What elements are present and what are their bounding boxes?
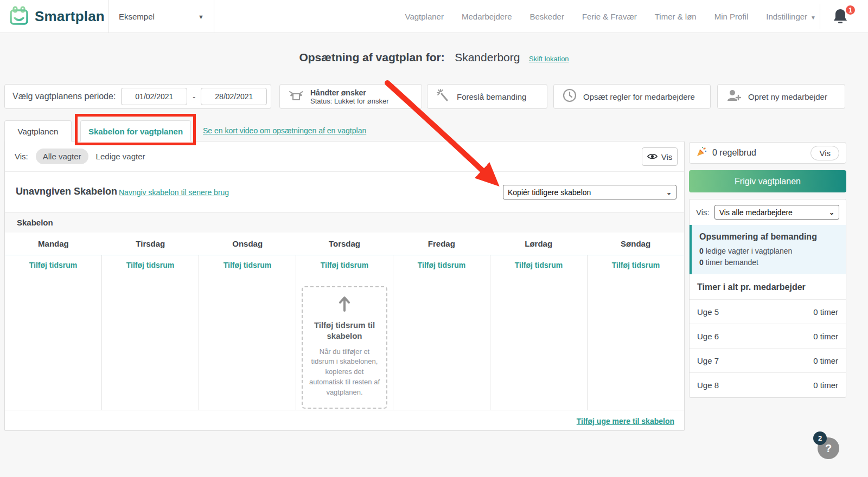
add-timeslot-onsdag[interactable]: Tilføj tidsrum (199, 255, 296, 274)
change-location-link[interactable]: Skift lokation (529, 55, 569, 63)
week-label: Uge 7 (697, 356, 719, 365)
party-popper-icon (696, 146, 707, 159)
week-hours: 0 timer (813, 381, 838, 390)
add-timeslot-mandag[interactable]: Tilføj tidsrum (5, 255, 102, 274)
day-column-loerdag (490, 274, 588, 410)
hint-title: Tilføj tidsrum til skabelon (308, 320, 381, 342)
create-employee-label: Opret ny medarbejder (748, 92, 827, 101)
template-section-header: Skabelon (5, 212, 684, 233)
add-timeslot-soendag[interactable]: Tilføj tidsrum (588, 255, 684, 274)
chevron-down-icon: ▼ (810, 15, 816, 21)
week-row-uge6: Uge 6 0 timer (690, 324, 846, 349)
add-week-link[interactable]: Tilføj uge mere til skabelon (577, 417, 674, 426)
employee-rules-button[interactable]: Opsæt regler for medarbejdere (553, 84, 711, 109)
nav-item-indstillinger[interactable]: Indstillinger▼ (766, 12, 816, 21)
release-schedule-button[interactable]: Frigiv vagtplanen (689, 170, 846, 192)
wishes-status: Status: Lukket for ønsker (310, 97, 389, 105)
rename-template-link[interactable]: Navngiv skabelon til senere brug (119, 188, 229, 197)
add-timeslot-tirsdag[interactable]: Tilføj tidsrum (102, 255, 199, 274)
workspace-dropdown[interactable]: Eksempel ▼ (108, 0, 214, 33)
period-label: Vælg vagtplanens periode: (12, 92, 116, 101)
day-header-mandag: Mandag (5, 233, 102, 255)
nav-item-medarbejdere[interactable]: Medarbejdere (462, 12, 512, 21)
employee-rules-label: Opsæt regler for medarbejdere (583, 92, 695, 101)
week-label: Uge 8 (697, 381, 719, 390)
week-hours: 0 timer (813, 332, 838, 341)
template-name-row: Unavngiven Skabelon Navngiv skabelon til… (5, 172, 684, 212)
period-selector: Vælg vagtplanens periode: - (4, 84, 271, 109)
day-header-tirsdag: Tirsdag (102, 233, 199, 255)
brand[interactable]: Smartplan (9, 0, 105, 33)
day-column-onsdag (199, 274, 296, 410)
copy-template-select[interactable]: Kopiér tidligere skabelon ⌄ (503, 185, 676, 199)
panel-footer: Tilføj uge mere til skabelon (5, 410, 684, 431)
add-timeslot-fredag[interactable]: Tilføj tidsrum (393, 255, 490, 274)
period-start-input[interactable] (121, 88, 187, 105)
header-bar: Smartplan Eksempel ▼ Vagtplaner Medarbej… (0, 0, 868, 33)
rulebreaks-label: 0 regelbrud (712, 148, 805, 158)
notification-badge: 1 (845, 4, 856, 16)
template-panel: Vis: Alle vagter Ledige vagter Vis Unavn… (4, 141, 685, 431)
notifications-bell-button[interactable]: 1 (832, 8, 852, 27)
staffing-summary-title: Opsummering af bemanding (699, 232, 838, 242)
tab-skabelon-for-vagtplanen[interactable]: Skabelon for vagtplanen (80, 120, 191, 141)
chevron-down-icon: ⌄ (666, 189, 672, 196)
shift-filter-row: Vis: Alle vagter Ledige vagter Vis (5, 141, 684, 172)
staffing-summary: Opsummering af bemanding 0 ledige vagter… (690, 225, 846, 274)
brand-name: Smartplan (35, 8, 105, 25)
hint-body: Når du tilføjer et tidsrum i skabelonen,… (308, 347, 381, 398)
wishes-title: Håndter ønsker (310, 88, 389, 97)
nav-item-beskeder[interactable]: Beskeder (530, 12, 564, 21)
create-employee-button[interactable]: Opret ny medarbejder (717, 84, 845, 109)
weekday-header-row: Mandag Tirsdag Onsdag Torsdag Fredag Lør… (5, 233, 684, 255)
handle-wishes-button[interactable]: Håndter ønsker Status: Lukket for ønsker (279, 84, 422, 109)
filter-label: Vis: (15, 152, 28, 161)
template-name: Unavngiven Skabelon (16, 186, 117, 197)
nav-item-vagtplaner[interactable]: Vagtplaner (405, 12, 444, 21)
bell-icon (832, 17, 848, 27)
location-name: Skanderborg (455, 51, 520, 63)
nav-item-timer-loen[interactable]: Timer & løn (655, 12, 697, 21)
add-timeslot-loerdag[interactable]: Tilføj tidsrum (490, 255, 588, 274)
day-header-loerdag: Lørdag (490, 233, 587, 255)
week-label: Uge 6 (697, 332, 719, 341)
day-header-torsdag: Torsdag (296, 233, 393, 255)
rulebreaks-show-button[interactable]: Vis (810, 146, 839, 160)
nav-item-ferie-fravaer[interactable]: Ferie & Fravær (582, 12, 637, 21)
day-header-soendag: Søndag (587, 233, 684, 255)
summary-staffed-hours: 0 timer bemandet (699, 258, 838, 267)
page-title-text: Opsætning af vagtplan for: (299, 51, 444, 63)
filter-option-alle-vagter[interactable]: Alle vagter (36, 149, 88, 164)
add-timeslot-torsdag[interactable]: Tilføj tidsrum (296, 255, 393, 274)
show-button[interactable]: Vis (642, 147, 678, 166)
summary-open-shifts: 0 ledige vagter i vagtplanen (699, 247, 838, 255)
day-header-onsdag: Onsdag (199, 233, 296, 255)
period-end-input[interactable] (201, 88, 267, 105)
intro-video-link[interactable]: Se en kort video om opsætningen af en va… (203, 126, 366, 135)
week-row-uge5: Uge 5 0 timer (690, 300, 846, 324)
hours-per-employee-title: Timer i alt pr. medarbejder (690, 274, 846, 300)
suggest-staffing-button[interactable]: Foreslå bemanding (427, 84, 547, 109)
week-row-uge7: Uge 7 0 timer (690, 349, 846, 373)
day-header-fredag: Fredag (393, 233, 490, 255)
workspace-label: Eksempel (119, 12, 155, 21)
employee-filter-label: Vis: (696, 208, 710, 217)
employee-filter-select[interactable]: Vis alle medarbejdere ⌄ (714, 205, 839, 220)
day-columns-body: Tilføj tidsrum til skabelon Når du tilfø… (5, 274, 684, 410)
page-title: Opsætning af vagtplan for: Skanderborg S… (0, 51, 868, 64)
day-column-soendag (588, 274, 684, 410)
tab-vagtplanen[interactable]: Vagtplanen (4, 120, 72, 141)
day-column-tirsdag (102, 274, 199, 410)
arrow-up-icon (338, 305, 351, 314)
week-hours: 0 timer (813, 356, 838, 365)
clock-icon (563, 88, 577, 105)
week-row-uge8: Uge 8 0 timer (690, 373, 846, 397)
nav-item-min-profil[interactable]: Min Profil (714, 12, 749, 21)
day-column-torsdag: Tilføj tidsrum til skabelon Når du tilfø… (296, 274, 393, 410)
copy-template-selected-value: Kopiér tidligere skabelon (508, 188, 591, 197)
help-badge: 2 (813, 431, 827, 445)
filter-option-ledige-vagter[interactable]: Ledige vagter (96, 152, 145, 161)
header-divider (820, 4, 820, 29)
week-label: Uge 5 (697, 307, 719, 317)
staffing-summary-card: Vis: Vis alle medarbejdere ⌄ Opsummering… (689, 199, 846, 398)
